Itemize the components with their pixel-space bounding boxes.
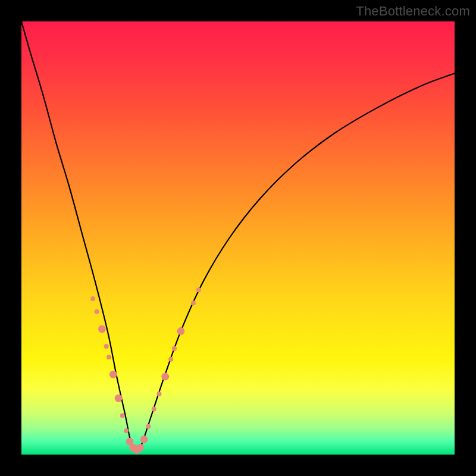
data-marker [146,424,151,429]
data-marker [136,444,144,452]
data-marker [107,355,111,359]
chart-frame: TheBottleneck.com [0,0,476,476]
data-marker [115,394,123,402]
data-marker [152,407,156,412]
data-marker [98,325,106,333]
data-marker [104,344,109,349]
data-marker [196,287,201,292]
bottleneck-curve [21,21,455,452]
data-marker [177,327,184,335]
data-marker [172,346,177,351]
marker-group [90,287,201,453]
data-marker [168,357,173,362]
plot-area [21,21,455,455]
chart-svg [21,21,455,455]
data-marker [124,428,129,433]
data-marker [191,300,196,305]
data-marker [140,436,148,443]
data-marker [157,392,162,396]
data-marker [90,296,95,301]
data-marker [95,309,99,314]
data-marker [109,371,117,378]
data-marker [161,373,169,381]
data-marker [120,413,125,418]
watermark-label: TheBottleneck.com [356,4,470,19]
